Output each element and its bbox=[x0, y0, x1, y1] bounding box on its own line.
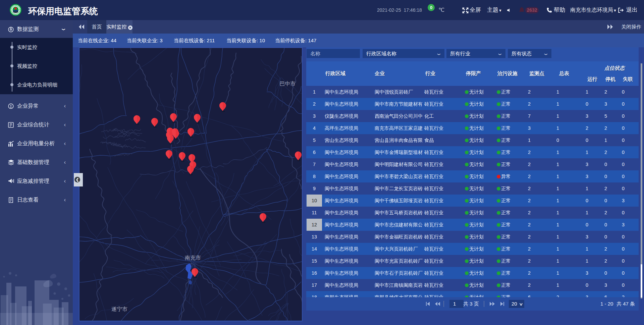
svg-text:巴中市: 巴中市 bbox=[279, 81, 296, 87]
svg-text:遂宁市: 遂宁市 bbox=[111, 306, 127, 312]
svg-text:南充市: 南充市 bbox=[185, 255, 201, 261]
